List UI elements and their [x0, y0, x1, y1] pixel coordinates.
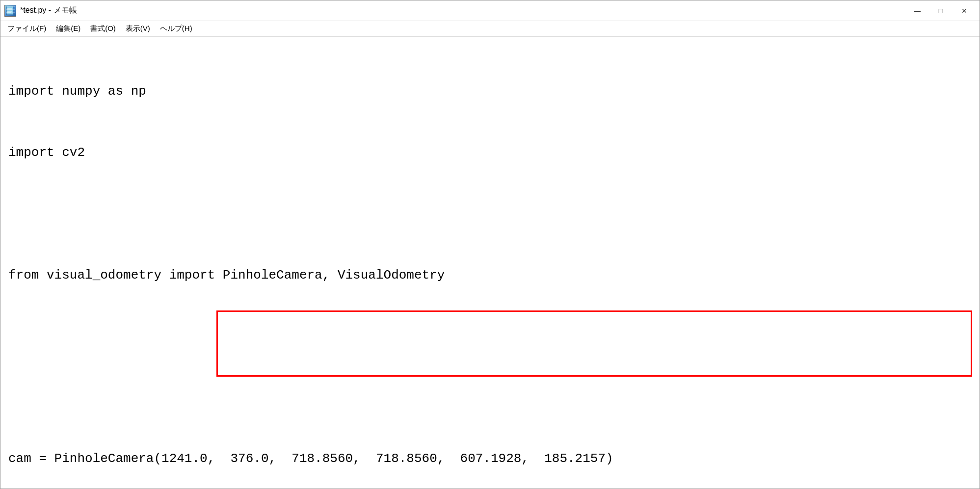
code-line-4: from visual_odometry import PinholeCamer… — [8, 265, 972, 286]
menu-bar: ファイル(F) 編集(E) 書式(O) 表示(V) ヘルプ(H) — [0, 21, 980, 37]
svg-rect-1 — [6, 6, 13, 15]
svg-rect-0 — [6, 6, 13, 15]
menu-view[interactable]: 表示(V) — [121, 22, 155, 35]
code-line-6 — [8, 387, 972, 408]
editor-area[interactable]: import numpy as np import cv2 from visua… — [0, 37, 980, 489]
minimize-button[interactable]: — — [906, 3, 928, 18]
title-bar: *test.py - メモ帳 — □ ✕ — [0, 0, 980, 21]
menu-help[interactable]: ヘルプ(H) — [155, 22, 197, 35]
menu-edit[interactable]: 編集(E) — [51, 22, 85, 35]
close-button[interactable]: ✕ — [953, 3, 976, 18]
menu-format[interactable]: 書式(O) — [85, 22, 121, 35]
menu-file[interactable]: ファイル(F) — [2, 22, 51, 35]
code-line-5 — [8, 326, 972, 347]
code-line-7: cam = PinholeCamera(1241.0, 376.0, 718.8… — [8, 449, 972, 469]
code-line-3 — [8, 204, 972, 225]
code-editor[interactable]: import numpy as np import cv2 from visua… — [8, 41, 972, 489]
code-line-1: import numpy as np — [8, 81, 972, 102]
title-bar-left: *test.py - メモ帳 — [4, 5, 77, 17]
title-bar-controls: — □ ✕ — [906, 3, 976, 18]
app-icon — [4, 5, 16, 17]
maximize-button[interactable]: □ — [929, 3, 952, 18]
main-window: *test.py - メモ帳 — □ ✕ ファイル(F) 編集(E) 書式(O)… — [0, 0, 980, 489]
code-line-2: import cv2 — [8, 143, 972, 163]
window-title: *test.py - メモ帳 — [20, 5, 77, 16]
